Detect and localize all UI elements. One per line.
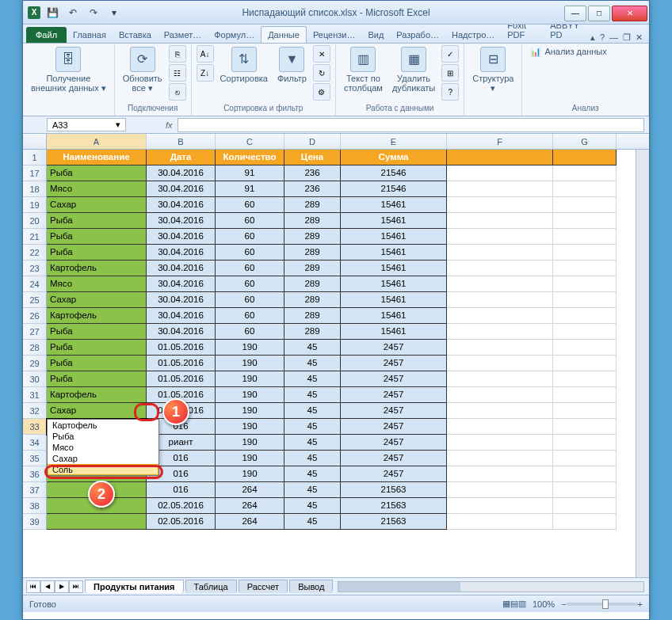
qat-customize[interactable]: ▾ [105, 4, 123, 21]
col-header-g[interactable]: G [553, 134, 617, 149]
header-cell[interactable]: Цена [284, 150, 341, 165]
cell-price[interactable]: 45 [284, 435, 341, 451]
zoom-slider[interactable] [567, 603, 638, 606]
cell-qty[interactable]: 91 [216, 165, 284, 181]
row-header[interactable]: 20 [23, 213, 47, 229]
cell[interactable] [447, 482, 553, 498]
cell[interactable] [447, 387, 553, 403]
row-header[interactable]: 19 [23, 197, 47, 213]
cell-price[interactable]: 45 [284, 451, 341, 466]
clear-filter-button[interactable]: ✕ [313, 45, 330, 63]
cell[interactable] [553, 514, 617, 530]
cell[interactable] [447, 150, 553, 165]
cell-date[interactable]: 30.04.2016 [147, 245, 216, 261]
cell-price[interactable]: 45 [284, 498, 341, 514]
cell-date[interactable]: 30.04.2016 [147, 181, 216, 197]
cell[interactable] [553, 324, 617, 340]
dropdown-item[interactable]: Мясо [48, 442, 158, 453]
cell[interactable] [447, 356, 553, 371]
cell[interactable] [447, 324, 553, 340]
cell-sum[interactable]: 21546 [341, 181, 447, 197]
cell-qty[interactable]: 190 [216, 371, 284, 387]
cell-name[interactable]: Сахар [47, 292, 147, 308]
sheet-tab-1[interactable]: Таблица [185, 580, 237, 593]
cell-price[interactable]: 289 [284, 229, 341, 245]
row-header[interactable]: 34 [23, 435, 47, 451]
cell-price[interactable]: 45 [284, 356, 341, 371]
filter-button[interactable]: ▼ Фильтр [274, 45, 310, 85]
cell-date[interactable]: 30.04.2016 [147, 308, 216, 324]
tab-home[interactable]: Главная [67, 27, 113, 43]
cell-sum[interactable]: 2457 [341, 435, 447, 451]
sort-za-button[interactable]: Z↓ [197, 64, 214, 82]
cell-price[interactable]: 236 [284, 165, 341, 181]
select-all-corner[interactable] [23, 134, 47, 149]
cell-price[interactable]: 289 [284, 261, 341, 276]
cell[interactable] [553, 482, 617, 498]
cell[interactable] [553, 498, 617, 514]
cell-qty[interactable]: 190 [216, 403, 284, 419]
cell-price[interactable]: 289 [284, 197, 341, 213]
cell-date[interactable]: 02.05.2016 [147, 514, 216, 530]
col-header-d[interactable]: D [284, 134, 341, 149]
cell[interactable] [447, 498, 553, 514]
cell[interactable] [447, 197, 553, 213]
tab-insert[interactable]: Вставка [113, 27, 158, 43]
col-header-f[interactable]: F [447, 134, 553, 149]
row-header[interactable]: 37 [23, 482, 47, 498]
close-button[interactable]: ✕ [612, 6, 647, 21]
doc-minimize-icon[interactable]: — [609, 32, 618, 43]
cell[interactable] [447, 276, 553, 292]
cell-qty[interactable]: 190 [216, 419, 284, 435]
cell[interactable] [447, 514, 553, 530]
dropdown-item[interactable]: Картофель [48, 420, 158, 431]
cell[interactable] [553, 181, 617, 197]
cell-qty[interactable]: 190 [216, 435, 284, 451]
cell-sum[interactable]: 15461 [341, 276, 447, 292]
dropdown-item[interactable]: Сахар [48, 453, 158, 464]
cell-price[interactable]: 45 [284, 514, 341, 530]
tab-developer[interactable]: Разрабо… [390, 27, 445, 43]
cell-sum[interactable]: 21563 [341, 514, 447, 530]
cell-qty[interactable]: 264 [216, 482, 284, 498]
header-cell[interactable]: Количество [216, 150, 284, 165]
cell[interactable] [553, 197, 617, 213]
row-header[interactable]: 17 [23, 165, 47, 181]
cell-sum[interactable]: 15461 [341, 292, 447, 308]
col-header-e[interactable]: E [341, 134, 447, 149]
cell[interactable] [553, 261, 617, 276]
cell-qty[interactable]: 91 [216, 181, 284, 197]
properties-button[interactable]: ☷ [169, 64, 186, 82]
cell-sum[interactable]: 15461 [341, 261, 447, 276]
cell-price[interactable]: 45 [284, 419, 341, 435]
cell[interactable] [447, 419, 553, 435]
sheet-tab-2[interactable]: Рассчет [239, 580, 288, 593]
cell-date[interactable]: 01.05.2016 [147, 371, 216, 387]
cell-qty[interactable]: 264 [216, 514, 284, 530]
cell-date[interactable]: 30.04.2016 [147, 276, 216, 292]
horizontal-scrollbar[interactable] [338, 581, 644, 592]
maximize-button[interactable]: □ [588, 6, 610, 21]
sort-button[interactable]: ⇅ Сортировка [217, 45, 271, 85]
cell[interactable] [447, 308, 553, 324]
cell-sum[interactable]: 2457 [341, 387, 447, 403]
cell-name[interactable]: Мясо [47, 276, 147, 292]
row-header[interactable]: 29 [23, 356, 47, 371]
cell-name[interactable]: Рыба [47, 340, 147, 356]
cell[interactable] [447, 292, 553, 308]
cell-sum[interactable]: 2457 [341, 419, 447, 435]
cell-qty[interactable]: 60 [216, 213, 284, 229]
row-header[interactable]: 24 [23, 276, 47, 292]
cell[interactable] [553, 276, 617, 292]
formula-bar[interactable] [178, 118, 644, 132]
cell-name[interactable]: Сахар [47, 197, 147, 213]
whatif-button[interactable]: ? [441, 83, 459, 101]
sheet-tab-0[interactable]: Продукты питания [85, 580, 184, 593]
cell-date[interactable]: 30.04.2016 [147, 213, 216, 229]
tab-review[interactable]: Рецензи… [307, 27, 362, 43]
cell-date[interactable]: 01.05.2016 [147, 340, 216, 356]
tab-layout[interactable]: Размет… [158, 27, 208, 43]
cell[interactable] [447, 466, 553, 482]
cell-name[interactable]: Рыба [47, 356, 147, 371]
cell-qty[interactable]: 60 [216, 197, 284, 213]
